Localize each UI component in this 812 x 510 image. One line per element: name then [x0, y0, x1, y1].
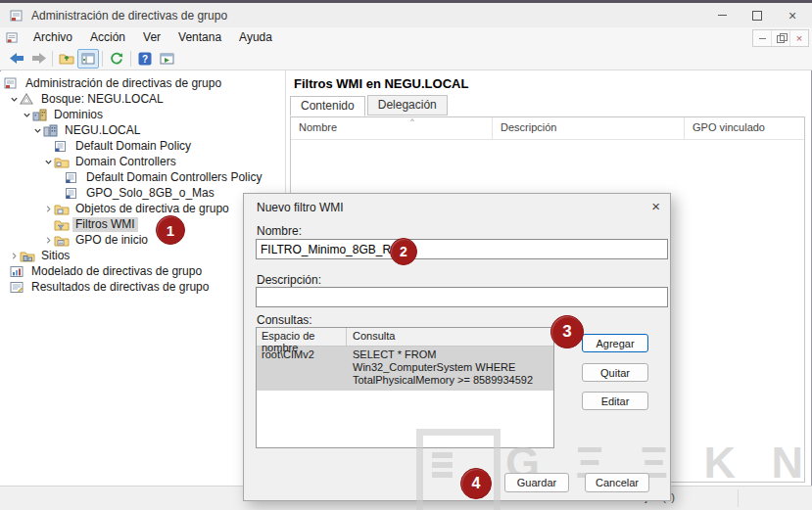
show-console-tree-icon[interactable] — [77, 49, 99, 69]
callout-badge-3: 3 — [550, 315, 584, 348]
cancelar-button[interactable]: Cancelar — [585, 473, 649, 492]
callout-badge-2: 2 — [390, 238, 417, 265]
menu-accion[interactable]: Acción — [81, 27, 134, 47]
content-header: Filtros WMI en NEGU.LOCAL — [294, 76, 468, 91]
queries-table[interactable]: Espacio de nombre Consulta root\CIMv2 SE… — [256, 327, 554, 448]
column-descripcion[interactable]: Descripción — [493, 117, 685, 139]
tree-item-label: NEGU.LOCAL — [62, 123, 143, 138]
folder-icon — [54, 218, 70, 231]
column-gpo-vinculado[interactable]: GPO vinculado — [685, 117, 804, 139]
console-child-icon — [6, 31, 19, 44]
description-label: Descripción: — [257, 273, 321, 287]
window-controls: × — [704, 3, 810, 27]
query-namespace: root\CIMv2 — [257, 347, 347, 391]
quitar-button[interactable]: Quitar — [582, 363, 648, 382]
menu-bar: Archivo Acción Ver Ventana Ayuda × — [0, 27, 812, 48]
gpmc-window: Administración de directivas de grupo × … — [0, 0, 812, 510]
ou-folder-icon — [54, 156, 70, 168]
tree-item-default-dc-policy[interactable]: Default Domain Controllers Policy — [0, 169, 285, 185]
description-field[interactable] — [256, 287, 668, 307]
tree-item-label: Bosque: NEGU.LOCAL — [38, 92, 167, 107]
console-root-icon — [4, 76, 20, 90]
tree-item-label: Domain Controllers — [72, 155, 179, 169]
tree-item-label: Resultados de directivas de grupo — [28, 280, 212, 295]
modeling-icon — [10, 265, 25, 278]
chevron-down-icon[interactable] — [42, 158, 54, 166]
tree-item-label: Filtros WMI — [72, 217, 138, 232]
guardar-button[interactable]: Guardar — [504, 473, 569, 492]
menu-archivo[interactable]: Archivo — [24, 27, 81, 47]
tab-strip: Contenido Delegación — [290, 96, 450, 116]
toolbar-separator — [52, 51, 53, 67]
name-field[interactable] — [256, 239, 668, 259]
up-one-level-icon[interactable] — [56, 49, 77, 69]
tree-item-label: Default Domain Controllers Policy — [83, 170, 264, 185]
chevron-down-icon[interactable] — [31, 126, 43, 135]
close-icon[interactable]: × — [775, 3, 810, 27]
tree-item-label: Default Domain Policy — [72, 139, 194, 154]
toolbar: ? — [0, 47, 812, 70]
queries-label: Consultas: — [257, 313, 312, 327]
chevron-right-icon[interactable] — [42, 205, 54, 213]
toolbar-separator — [102, 51, 103, 67]
menu-ayuda[interactable]: Ayuda — [230, 27, 281, 47]
callout-badge-4: 4 — [460, 468, 492, 499]
mdi-restore-icon[interactable] — [771, 30, 789, 46]
tree-item-label: GPO de inicio — [72, 233, 151, 248]
app-icon — [10, 9, 24, 23]
sort-ascending-icon: ^ — [410, 116, 414, 125]
dialog-close-icon[interactable]: × — [651, 198, 660, 214]
new-window-icon[interactable] — [156, 49, 177, 69]
column-consulta[interactable]: Consulta — [347, 328, 553, 346]
chevron-right-icon[interactable] — [42, 236, 54, 245]
tree-item-forest[interactable]: Bosque: NEGU.LOCAL — [0, 91, 285, 107]
domains-icon — [32, 109, 48, 121]
agregar-button[interactable]: Agregar — [582, 334, 648, 352]
tab-contenido[interactable]: Contenido — [290, 96, 365, 116]
minimize-icon[interactable] — [704, 3, 740, 27]
dialog-title: Nuevo filtro WMI — [257, 201, 344, 214]
list-column-headers: ^ Nombre Descripción GPO vinculado — [291, 117, 804, 140]
menu-ver[interactable]: Ver — [134, 27, 169, 47]
forward-icon[interactable] — [27, 49, 49, 69]
sites-icon — [20, 250, 35, 262]
column-nombre[interactable]: Nombre — [291, 117, 493, 139]
help-icon[interactable]: ? — [134, 49, 156, 69]
tree-item-domains[interactable]: Dominios — [0, 107, 285, 122]
mdi-window-controls: × — [752, 29, 809, 47]
tab-delegacion[interactable]: Delegación — [367, 95, 448, 116]
tree-item-label: Objetos de directiva de grupo — [72, 202, 232, 216]
gpo-icon — [65, 171, 80, 184]
chevron-down-icon[interactable] — [21, 111, 32, 119]
menu-ventana[interactable]: Ventana — [169, 27, 230, 47]
tree-item-label: Modelado de directivas de grupo — [28, 264, 205, 279]
maximize-icon[interactable] — [740, 3, 775, 27]
svg-text:?: ? — [142, 53, 148, 64]
query-row[interactable]: root\CIMv2 SELECT * FROM Win32_ComputerS… — [257, 347, 553, 391]
refresh-icon[interactable] — [106, 49, 127, 69]
title-bar[interactable]: Administración de directivas de grupo × — [0, 3, 812, 27]
editar-button[interactable]: Editar — [582, 392, 648, 410]
tree-item-domain-controllers[interactable]: Domain Controllers — [0, 154, 285, 169]
queries-table-header: Espacio de nombre Consulta — [257, 328, 553, 347]
toolbar-separator — [130, 51, 131, 67]
column-espacio-de-nombre[interactable]: Espacio de nombre — [257, 328, 347, 346]
mdi-close-icon[interactable]: × — [789, 30, 808, 46]
tree-item-label: GPO_Solo_8GB_o_Mas — [83, 186, 217, 201]
new-wmi-filter-dialog: Nuevo filtro WMI × Nombre: Descripción: … — [243, 193, 671, 501]
forest-icon — [20, 93, 35, 105]
tree-item-root[interactable]: Administración de directivas de grupo — [0, 75, 285, 91]
chevron-right-icon[interactable] — [8, 252, 20, 260]
tree-item-label: Sitios — [38, 249, 72, 263]
tree-item-domain-negu[interactable]: NEGU.LOCAL — [0, 122, 285, 138]
tree-item-label: Dominios — [51, 108, 106, 122]
mdi-minimize-icon[interactable] — [753, 30, 771, 46]
chevron-down-icon[interactable] — [8, 95, 20, 104]
folder-icon — [54, 234, 70, 247]
results-icon — [10, 281, 25, 294]
status-divider — [738, 489, 739, 507]
tree-item-default-domain-policy[interactable]: Default Domain Policy — [0, 138, 285, 154]
back-icon[interactable] — [6, 49, 27, 69]
domain-icon — [43, 124, 59, 137]
callout-badge-1: 1 — [156, 215, 185, 245]
